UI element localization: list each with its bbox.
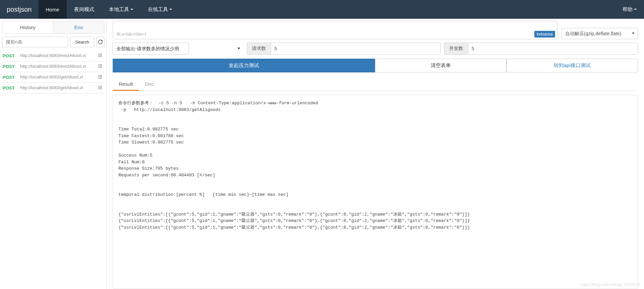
svg-rect-6 — [98, 64, 99, 65]
search-button[interactable]: Search — [70, 37, 94, 47]
switch-api-test-button[interactable]: 转到api接口测试 — [506, 59, 638, 72]
svg-rect-19 — [99, 86, 102, 86]
history-item[interactable]: POST http://localhost:8083/getAllusrLvl — [2, 72, 104, 83]
svg-rect-0 — [98, 54, 99, 54]
svg-rect-18 — [98, 86, 99, 86]
tab-history[interactable]: History — [2, 21, 53, 34]
svg-rect-22 — [98, 89, 99, 89]
history-url: http://localhost:8083/evictAllusrLvl — [20, 53, 96, 59]
nav-night-mode[interactable]: 夜间模式 — [67, 0, 102, 19]
request-count-label: 请求数 — [247, 43, 271, 55]
svg-rect-15 — [99, 76, 102, 77]
nav-home[interactable]: Home — [39, 0, 67, 19]
svg-rect-3 — [99, 55, 102, 55]
history-url: http://localhost:8083/getAllusrLvl — [20, 85, 96, 91]
output-mode-select[interactable]: 全部输出-请求数多的情况少用 — [113, 43, 189, 55]
tab-env[interactable]: Env — [53, 21, 104, 34]
svg-rect-10 — [98, 67, 99, 67]
list-icon[interactable] — [96, 53, 104, 59]
list-icon[interactable] — [96, 85, 104, 91]
result-output: 命令行参数参考： -c 5 -n 5 -h Content-Type:appli… — [118, 100, 632, 231]
refresh-icon — [98, 39, 103, 45]
svg-rect-4 — [98, 56, 99, 57]
method-badge: POST — [3, 64, 20, 69]
decompress-select[interactable]: 自动解压(gzip,deflate,flate) — [561, 28, 638, 39]
request-body-box: 例:a=b&c=d&e=f kvtoarea — [113, 21, 557, 39]
history-url: http://localhost:8083/evictAllusrLvl — [20, 64, 96, 69]
chevron-down-icon — [634, 9, 637, 10]
nav-online-tools[interactable]: 在线工具 — [141, 0, 179, 19]
svg-rect-9 — [99, 66, 102, 66]
request-body-input[interactable] — [113, 21, 557, 30]
history-item[interactable]: POST http://localhost:8083/evictAllusrLv… — [2, 61, 104, 72]
svg-rect-7 — [99, 64, 102, 65]
svg-rect-16 — [98, 78, 99, 78]
svg-rect-14 — [98, 76, 99, 77]
refresh-button[interactable] — [96, 37, 104, 47]
concurrency-input[interactable] — [468, 43, 638, 55]
result-tabs: Result Doc — [113, 78, 638, 91]
sidebar: History Env Search POST http://localhost… — [0, 19, 107, 289]
history-item[interactable]: POST http://localhost:8083/evictAllusrLv… — [2, 51, 104, 61]
svg-rect-20 — [98, 87, 99, 88]
svg-rect-17 — [99, 78, 102, 78]
tab-doc[interactable]: Doc — [139, 78, 160, 91]
kvtoarea-button[interactable]: kvtoarea — [534, 31, 555, 38]
nav-help[interactable]: 帮助 — [615, 0, 644, 19]
sidebar-tabs: History Env — [2, 21, 104, 34]
start-test-button[interactable]: 发起压力测试 — [113, 59, 375, 72]
svg-rect-5 — [99, 56, 102, 57]
history-list: POST http://localhost:8083/evictAllusrLv… — [2, 51, 104, 94]
method-badge: POST — [3, 85, 20, 91]
list-icon[interactable] — [96, 74, 104, 80]
main-panel: 例:a=b&c=d&e=f kvtoarea 自动解压(gzip,deflate… — [107, 19, 644, 289]
svg-rect-1 — [99, 54, 102, 54]
svg-rect-8 — [98, 66, 99, 66]
history-search-input[interactable] — [2, 37, 68, 47]
history-item[interactable]: POST http://localhost:8083/getAllusrLvl — [2, 83, 104, 94]
result-pane[interactable]: 命令行参数参考： -c 5 -n 5 -h Content-Type:appli… — [113, 95, 638, 289]
nav-online-tools-label: 在线工具 — [148, 6, 168, 13]
brand-logo: postjson — [0, 6, 39, 13]
list-icon[interactable] — [96, 63, 104, 70]
nav-local-tools[interactable]: 本地工具 — [102, 0, 141, 19]
top-navbar: postjson Home 夜间模式 本地工具 在线工具 帮助 — [0, 0, 644, 19]
request-count-input[interactable] — [271, 43, 441, 55]
method-badge: POST — [3, 53, 20, 58]
svg-rect-23 — [99, 89, 102, 89]
method-badge: POST — [3, 75, 20, 80]
chevron-down-icon — [130, 9, 133, 10]
clear-form-button[interactable]: 清空表单 — [375, 59, 506, 72]
chevron-down-icon — [169, 9, 172, 10]
svg-rect-12 — [98, 75, 99, 75]
svg-rect-11 — [99, 67, 102, 67]
svg-rect-21 — [99, 87, 102, 88]
svg-rect-2 — [98, 55, 99, 55]
nav-help-label: 帮助 — [623, 6, 633, 13]
body-example-hint: 例:a=b&c=d&e=f — [116, 32, 146, 37]
nav-local-tools-label: 本地工具 — [109, 6, 129, 13]
history-url: http://localhost:8083/getAllusrLvl — [20, 74, 96, 80]
concurrency-label: 并发数 — [444, 43, 468, 55]
svg-rect-13 — [99, 75, 102, 75]
tab-result[interactable]: Result — [113, 78, 139, 91]
